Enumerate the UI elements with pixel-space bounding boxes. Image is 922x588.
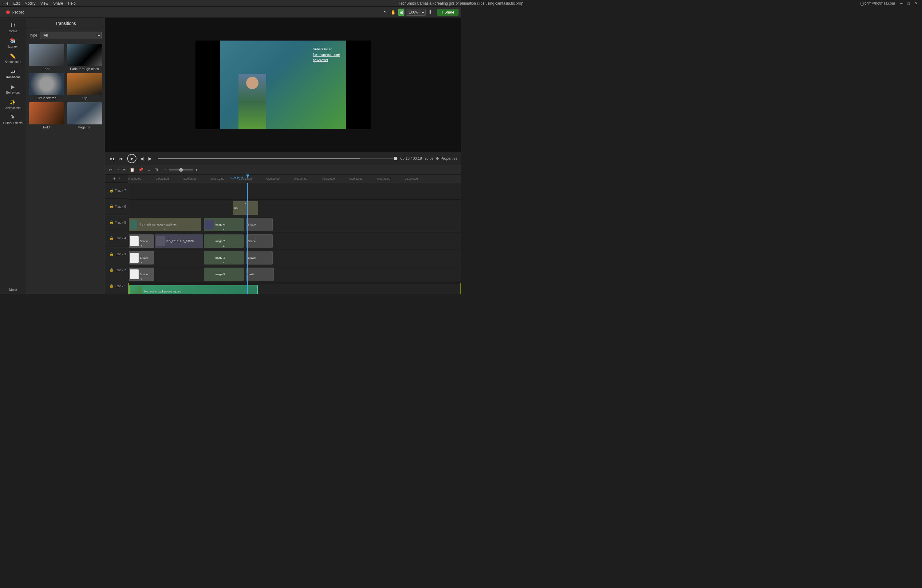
fold-thumb [29, 102, 64, 124]
add-track-row: + ▼ [105, 175, 128, 183]
transition-fade-through-black[interactable]: Fade through black [67, 44, 102, 71]
track-1-row: blog cover background square ▼ [128, 283, 461, 294]
transition-flip[interactable]: Flip [67, 73, 102, 100]
clip-fresh-label: fresh [248, 273, 272, 276]
sidebar-item-cursor-effects[interactable]: 🖱 Cursor Effects [0, 112, 26, 127]
download-button[interactable]: ⬇ [427, 8, 433, 16]
sidebar-item-transitions[interactable]: ⇄ Transitions [0, 66, 26, 82]
clip-track4-image7[interactable]: image-7 ▲ [204, 234, 244, 248]
clip-track3-image3[interactable]: image-3 ▲ [204, 251, 244, 265]
sidebar-item-library[interactable]: 📚 Library [0, 35, 26, 51]
track-label-4: 🔒 Track 4 [105, 230, 128, 247]
undo-button[interactable]: ↩ [108, 167, 113, 173]
ruler-tick-4: 0:00:04:00 [156, 177, 169, 180]
redo-button[interactable]: ↪ [114, 167, 120, 173]
zoom-select[interactable]: 100% [406, 9, 426, 16]
zoom-slider[interactable] [169, 169, 193, 170]
clip-track6-tex[interactable]: Tex ▲ [233, 201, 258, 215]
track-7-row [128, 183, 461, 200]
clip-track2-image5[interactable]: image-5 [204, 268, 244, 281]
sidebar-item-behaviors[interactable]: ▶ Behaviors [0, 82, 26, 97]
zoom-in-button[interactable]: + [195, 167, 199, 173]
track-2-row: Shape ▼ image-5 fresh [128, 266, 461, 283]
clip-newsletter-label: The Fresh van Root Newsletter [138, 223, 200, 226]
clip-track4-shape[interactable]: Shape ▼ [129, 234, 154, 248]
add-track-button[interactable]: + [112, 175, 116, 182]
content-area: Subscribe atfreshvanroot.com/newsletter … [105, 18, 461, 294]
menu-edit[interactable]: Edit [13, 1, 20, 5]
menu-view[interactable]: View [40, 1, 48, 5]
crop-tool-button[interactable]: ⊞ [398, 8, 404, 16]
zoom-out-button[interactable]: − [163, 167, 167, 173]
clip-track3-shape[interactable]: Shape [246, 251, 273, 265]
transition-page-roll[interactable]: Page roll [67, 102, 102, 129]
record-button[interactable]: Record [2, 8, 28, 16]
clip-image6-thumb [205, 220, 214, 229]
track-label-1: 🔒 Track 1 [105, 278, 128, 294]
clip-track5-shape[interactable]: Shape [246, 218, 273, 231]
share-button[interactable]: ↑ Share [437, 9, 459, 16]
clip-shape4-arrow: ▼ [140, 245, 142, 247]
menu-share[interactable]: Share [53, 1, 63, 5]
skip-back-button[interactable]: ⏮ [109, 155, 116, 162]
clip-tex-arrow: ▲ [244, 202, 247, 204]
sidebar-more-button[interactable]: More [7, 286, 19, 294]
behaviors-icon: ▶ [11, 84, 15, 90]
clip-shape2-label: Shape [140, 273, 153, 276]
clip-track3-shape[interactable]: Shape ▼ [129, 251, 154, 265]
track-1-lock: 🔒 [110, 284, 114, 288]
track-2-label: Track 2 [115, 268, 126, 272]
sidebar-item-animations[interactable]: ✨ Animations [0, 97, 26, 112]
clip-bg-thumb [131, 286, 142, 294]
type-select[interactable]: All [40, 32, 102, 39]
step-back-button[interactable]: ⏭ [118, 155, 125, 162]
track-3-row: Shape ▼ image-3 ▲ Shape [128, 250, 461, 266]
transitions-icon: ⇄ [11, 69, 15, 74]
clip-track5-newsletter[interactable]: The Fresh van Root Newsletter ▼ [129, 218, 201, 231]
clip-track2-fresh[interactable]: fresh [246, 268, 274, 281]
track-7-label: Track 7 [115, 189, 126, 192]
sidebar: 🎞 Media 📚 Library ✏️ Annotations ⇄ Trans… [0, 18, 26, 294]
clip-track2-shape[interactable]: Shape ▼ [129, 268, 154, 281]
clip-track4-shape[interactable]: Shape [246, 234, 273, 248]
transitions-grid: Fade Fade through black Circle stretch F… [26, 41, 105, 131]
menu-file[interactable]: File [2, 1, 8, 5]
clip-image6-label: image-6 [215, 223, 242, 226]
clip-image7-label: image-7 [215, 240, 242, 243]
track-label-6: 🔒 Track 6 [105, 199, 128, 215]
pan-tool-button[interactable]: ✋ [389, 8, 397, 16]
clip-tex-label: Tex [234, 206, 257, 209]
next-frame-button[interactable]: ▶ [147, 155, 153, 162]
zoom-control: − + [163, 167, 199, 173]
select-tool-button[interactable]: ↖ [382, 8, 388, 16]
properties-label: Properties [440, 156, 457, 161]
transition-circle-stretch[interactable]: Circle stretch [29, 73, 64, 100]
progress-bar[interactable] [158, 158, 396, 159]
copy-button[interactable]: 📋 [129, 167, 136, 173]
main-layout: 🎞 Media 📚 Library ✏️ Annotations ⇄ Trans… [0, 18, 461, 294]
timeline: ↩ ↪ ✂ 📋 📌 ⫠ ⊞ − + [105, 165, 461, 294]
split-button[interactable]: ⫠ [146, 167, 152, 173]
group-button[interactable]: ⊞ [154, 167, 159, 173]
clip-track4-vid[interactable]: VID_20191218_09020 [155, 234, 203, 248]
track-5-label: Track 5 [115, 220, 126, 224]
menu-help[interactable]: Help [68, 1, 75, 5]
prev-frame-button[interactable]: ◀ [139, 155, 145, 162]
tracks-scroll[interactable]: 0:00:00:00 0:00:04:00 0:00:08:00 0:00:12… [128, 175, 461, 294]
play-button[interactable]: ▶ [127, 154, 136, 163]
clip-track1-bg[interactable]: blog cover background square ▼ [129, 285, 258, 294]
animations-icon: ✨ [10, 99, 16, 105]
properties-button[interactable]: ⚙ Properties [436, 156, 457, 161]
track-2-lock: 🔒 [110, 268, 114, 272]
paste-button[interactable]: 📌 [137, 167, 144, 173]
sidebar-item-annotations[interactable]: ✏️ Annotations [0, 51, 26, 66]
transition-fade[interactable]: Fade [29, 44, 64, 71]
sidebar-item-media[interactable]: 🎞 Media [0, 20, 26, 35]
ruler-tick-20: 0:00:20:00 [266, 177, 280, 180]
track-6-content: Tex ▲ [128, 200, 461, 216]
transition-fold[interactable]: Fold [29, 102, 64, 129]
panel-type-row: Type All [26, 29, 105, 41]
cut-button[interactable]: ✂ [122, 167, 127, 173]
clip-track5-image6[interactable]: image-6 ▲ [204, 218, 244, 231]
menu-modify[interactable]: Modify [25, 1, 35, 5]
